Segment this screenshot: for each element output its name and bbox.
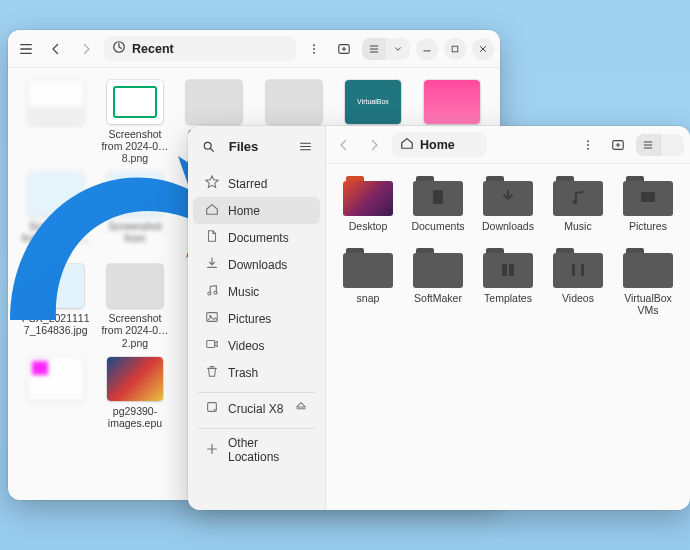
recent-item[interactable]	[18, 357, 93, 429]
folder-icon	[553, 248, 603, 288]
home-grid: DesktopDocumentsDownloadsMusicPicturessn…	[326, 164, 690, 510]
folder-desktop[interactable]: Desktop	[336, 176, 400, 232]
svg-point-16	[587, 147, 589, 149]
sidebar-item-label: Videos	[228, 339, 264, 353]
svg-point-13	[214, 409, 216, 411]
list-view-icon[interactable]	[636, 134, 660, 156]
svg-rect-20	[641, 192, 655, 202]
clock-icon	[112, 40, 126, 57]
sidebar-toggle-icon[interactable]	[14, 37, 38, 61]
sidebar-item-documents[interactable]: Documents	[193, 224, 320, 251]
view-toggle[interactable]	[362, 38, 410, 60]
thumbnail	[28, 172, 84, 216]
view-dropdown-icon[interactable]	[660, 134, 684, 156]
recent-item[interactable]: Screenshot from	[97, 172, 172, 256]
item-label: Screenshot from 2024-0… 3.png	[20, 220, 92, 256]
recent-item[interactable]: Screenshot from 2024-0… 3.png	[18, 172, 93, 256]
recent-item[interactable]: Screenshot from 2024-0… 2.png	[97, 264, 172, 348]
svg-point-14	[587, 140, 589, 142]
folder-softmaker[interactable]: SoftMaker	[406, 248, 470, 316]
thumbnail	[28, 80, 84, 124]
sidebar-item-other-locations[interactable]: Other Locations	[193, 431, 320, 469]
sidebar-item-trash[interactable]: Trash	[193, 359, 320, 386]
breadcrumb-home[interactable]: Home	[392, 132, 487, 157]
nav-forward-button[interactable]	[74, 37, 98, 61]
folder-music[interactable]: Music	[546, 176, 610, 232]
thumbnail	[28, 264, 84, 308]
thumbnail	[107, 264, 163, 308]
thumbnail	[28, 357, 84, 401]
sidebar-item-videos[interactable]: Videos	[193, 332, 320, 359]
pic-icon	[205, 310, 219, 327]
kebab-menu-icon[interactable]	[302, 37, 326, 61]
folder-documents[interactable]: Documents	[406, 176, 470, 232]
hamburger-menu-icon[interactable]	[293, 134, 317, 158]
folder-templates[interactable]: Templates	[476, 248, 540, 316]
folder-icon	[413, 248, 463, 288]
svg-point-3	[313, 51, 315, 53]
folder-icon	[343, 176, 393, 216]
maximize-button[interactable]	[444, 38, 466, 60]
thumbnail	[266, 80, 322, 124]
folder-label: Templates	[484, 292, 532, 304]
home-icon	[400, 136, 414, 153]
view-dropdown-icon[interactable]	[386, 38, 410, 60]
sidebar-item-crucial-x8[interactable]: Crucial X8	[193, 395, 320, 422]
folder-label: Desktop	[349, 220, 388, 232]
new-tab-button[interactable]	[606, 133, 630, 157]
sidebar-item-home[interactable]: Home	[193, 197, 320, 224]
item-label: pg29390-images.epu	[99, 405, 171, 429]
home-icon	[205, 202, 219, 219]
titlebar-back: Recent	[8, 30, 500, 68]
music-icon	[205, 283, 219, 300]
folder-label: Downloads	[482, 220, 534, 232]
sidebar-item-starred[interactable]: Starred	[193, 170, 320, 197]
recent-item[interactable]: PSX_20211117_164836.jpg	[18, 264, 93, 348]
sidebar-item-label: Trash	[228, 366, 258, 380]
close-button[interactable]	[472, 38, 494, 60]
recent-item[interactable]: Screenshot from 2024-0… 8.png	[97, 80, 172, 164]
svg-rect-21	[502, 264, 507, 276]
sidebar-item-pictures[interactable]: Pictures	[193, 305, 320, 332]
nav-back-button[interactable]	[332, 133, 356, 157]
eject-icon[interactable]	[294, 400, 308, 417]
kebab-menu-icon[interactable]	[576, 133, 600, 157]
svg-rect-23	[572, 264, 575, 276]
minimize-button[interactable]	[416, 38, 438, 60]
list-view-icon[interactable]	[362, 38, 386, 60]
new-tab-button[interactable]	[332, 37, 356, 61]
folder-snap[interactable]: snap	[336, 248, 400, 316]
svg-rect-24	[581, 264, 584, 276]
nautilus-window-home: Files StarredHomeDocumentsDownloadsMusic…	[188, 126, 690, 510]
breadcrumb-recent[interactable]: Recent	[104, 36, 296, 61]
folder-videos[interactable]: Videos	[546, 248, 610, 316]
view-toggle[interactable]	[636, 134, 684, 156]
folder-icon	[623, 248, 673, 288]
breadcrumb-label: Recent	[132, 42, 174, 56]
star-icon	[205, 175, 219, 192]
item-label: Screenshot from 2024-0… 2.png	[99, 312, 171, 348]
svg-rect-22	[509, 264, 514, 276]
folder-icon	[413, 176, 463, 216]
nav-back-button[interactable]	[44, 37, 68, 61]
recent-item[interactable]: pg29390-images.epu	[97, 357, 172, 429]
sidebar-item-label: Pictures	[228, 312, 271, 326]
thumbnail	[424, 80, 480, 124]
sidebar-item-label: Starred	[228, 177, 267, 191]
video-icon	[205, 337, 219, 354]
nav-forward-button[interactable]	[362, 133, 386, 157]
sidebar-places: StarredHomeDocumentsDownloadsMusicPictur…	[188, 166, 325, 473]
folder-pictures[interactable]: Pictures	[616, 176, 680, 232]
folder-label: SoftMaker	[414, 292, 462, 304]
folder-icon	[483, 176, 533, 216]
sidebar-item-label: Other Locations	[228, 436, 308, 464]
folder-virtualbox-vms[interactable]: VirtualBox VMs	[616, 248, 680, 316]
main-pane: Home DesktopDocumentsDownloadsMusicPictu…	[326, 126, 690, 510]
sidebar-item-label: Home	[228, 204, 260, 218]
folder-label: snap	[357, 292, 380, 304]
sidebar-item-music[interactable]: Music	[193, 278, 320, 305]
recent-item[interactable]	[18, 80, 93, 164]
folder-downloads[interactable]: Downloads	[476, 176, 540, 232]
folder-label: Videos	[562, 292, 594, 304]
sidebar-item-downloads[interactable]: Downloads	[193, 251, 320, 278]
